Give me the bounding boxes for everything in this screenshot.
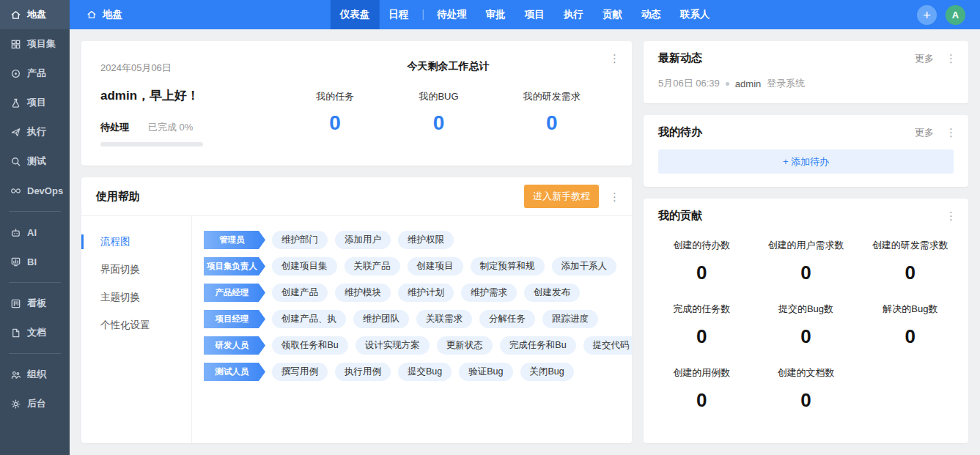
stat-value[interactable]: 0 xyxy=(767,262,844,284)
brand-label: 地盘 xyxy=(103,8,122,21)
more-link[interactable]: 更多 xyxy=(915,52,934,65)
contribution-grid: 创建的待办数 0 创建的用户需求数 0 创建的研发需求数 0 xyxy=(644,230,968,423)
flow-step: 设计实现方案 xyxy=(355,336,430,355)
sidebar-item-program[interactable]: 项目集 xyxy=(0,29,70,59)
tutorial-button[interactable]: 进入新手教程 xyxy=(524,185,599,208)
sidebar-item-devops[interactable]: DevOps xyxy=(0,176,70,205)
flow-row: 项目集负责人 创建项目集关联产品创建项目制定预算和规添加干系人 xyxy=(204,257,620,275)
entry-action: 登录系统 xyxy=(767,77,805,90)
help-tab[interactable]: 流程图 xyxy=(81,228,191,256)
stat-value[interactable]: 0 xyxy=(419,111,458,135)
tab-dynamics[interactable]: 动态 xyxy=(632,0,671,29)
tab-contribution[interactable]: 贡献 xyxy=(593,0,632,29)
sidebar-item-label: 后台 xyxy=(27,397,46,410)
top-navigation: 仪表盘 日程 待处理 审批 项目 执行 贡献 动态 联系人 xyxy=(331,0,720,29)
quick-create-button[interactable]: + xyxy=(917,5,937,25)
topbar-actions: + A xyxy=(917,5,980,25)
stat-value[interactable]: 0 xyxy=(316,111,354,135)
add-todo-button[interactable]: + 添加待办 xyxy=(658,149,954,174)
tab-contacts[interactable]: 联系人 xyxy=(671,0,720,29)
kebab-menu-icon[interactable]: ⋮ xyxy=(943,209,959,223)
help-tab[interactable]: 主题切换 xyxy=(81,284,191,311)
contribution-stat: 解决的Bug数 0 xyxy=(883,303,937,348)
sidebar-item-label: 执行 xyxy=(27,125,46,138)
sidebar-item-label: 组织 xyxy=(27,368,46,381)
home-icon xyxy=(10,9,21,21)
sidebar-divider xyxy=(9,353,61,354)
tab-execution[interactable]: 执行 xyxy=(554,0,593,29)
help-title: 使用帮助 xyxy=(96,190,524,204)
sidebar-item-dashboard[interactable]: 地盘 xyxy=(0,0,70,29)
sidebar-item-execution[interactable]: 执行 xyxy=(0,117,70,147)
flow-row: 产品经理 创建产品维护模块维护计划维护需求创建发布 xyxy=(204,284,620,302)
sidebar-item-doc[interactable]: 文档 xyxy=(0,318,70,347)
tab-approval[interactable]: 审批 xyxy=(476,0,515,29)
stat-value[interactable]: 0 xyxy=(523,111,581,135)
help-tab[interactable]: 个性化设置 xyxy=(81,311,191,339)
more-link[interactable]: 更多 xyxy=(915,126,934,139)
tab-todo[interactable]: 待处理 xyxy=(427,0,476,29)
flow-step: 验证Bug xyxy=(459,363,512,381)
tab-project[interactable]: 项目 xyxy=(515,0,554,29)
summary-stats: 我的任务 0 我的BUG 0 我的研发需求 0 xyxy=(284,90,613,135)
sidebar-item-org[interactable]: 组织 xyxy=(0,360,70,389)
right-column: 最新动态 更多 ⋮ 5月06日 06:39 admin 登录系统 我的待办 更多… xyxy=(644,41,968,443)
sidebar-item-label: 地盘 xyxy=(27,8,46,21)
kebab-menu-icon[interactable]: ⋮ xyxy=(943,51,959,65)
main-content: ⋮ 2024年05月06日 admin，早上好！ 待处理 已完成 0% 今天剩余… xyxy=(70,29,980,455)
stat-value[interactable]: 0 xyxy=(673,325,730,348)
flow-step: 关联产品 xyxy=(345,257,400,275)
stat-label: 创建的用例数 xyxy=(673,366,730,380)
card-title: 最新动态 xyxy=(658,51,915,65)
sidebar-divider xyxy=(9,211,61,212)
org-icon xyxy=(10,369,21,380)
stat-value[interactable]: 0 xyxy=(673,262,730,284)
stat-label: 完成的任务数 xyxy=(673,303,730,316)
tab-dashboard[interactable]: 仪表盘 xyxy=(331,0,380,29)
kebab-menu-icon[interactable]: ⋮ xyxy=(943,125,959,139)
sidebar: 地盘 项目集 产品 项目 执行 测试 DevOps AI xyxy=(0,0,70,455)
stat-label: 创建的文档数 xyxy=(777,366,834,380)
help-tab[interactable]: 界面切换 xyxy=(81,256,191,284)
flow-step: 跟踪进度 xyxy=(542,310,598,328)
sidebar-item-bi[interactable]: BI xyxy=(0,247,70,276)
flow-steps: 创建产品、执维护团队关联需求分解任务跟踪进度 xyxy=(272,310,598,328)
flow-steps: 领取任务和Bu设计实现方案更新状态完成任务和Bu提交代码 xyxy=(272,336,632,355)
flow-step: 维护模块 xyxy=(335,284,391,302)
sidebar-item-kanban[interactable]: 看板 xyxy=(0,289,70,318)
flow-step: 添加干系人 xyxy=(552,257,617,275)
test-icon xyxy=(10,155,21,167)
flow-steps: 撰写用例执行用例提交Bug验证Bug关闭Bug xyxy=(272,363,574,381)
tab-calendar[interactable]: 日程 xyxy=(379,0,418,29)
stat-label: 创建的研发需求数 xyxy=(872,239,948,252)
help-card: 使用帮助 进入新手教程 ⋮ 流程图 界面切换 主题切换 个性化设 xyxy=(81,177,632,443)
help-tabs: 流程图 界面切换 主题切换 个性化设置 xyxy=(81,216,192,443)
stat-value[interactable]: 0 xyxy=(673,389,730,412)
sidebar-item-product[interactable]: 产品 xyxy=(0,59,70,88)
stat-value[interactable]: 0 xyxy=(872,262,948,284)
role-tag: 产品经理 xyxy=(204,284,265,302)
sidebar-item-project[interactable]: 项目 xyxy=(0,88,70,117)
kebab-menu-icon[interactable]: ⋮ xyxy=(606,51,623,65)
flow-step: 提交代码 xyxy=(583,336,632,355)
sidebar-item-ai[interactable]: AI xyxy=(0,218,70,247)
progress-bar xyxy=(100,142,203,147)
dynamics-entry: 5月06日 06:39 admin 登录系统 xyxy=(644,73,968,103)
sidebar-item-label: 文档 xyxy=(27,326,46,339)
stat-value[interactable]: 0 xyxy=(883,325,937,348)
gear-icon xyxy=(10,398,21,410)
flow-step: 更新状态 xyxy=(437,336,493,355)
sidebar-item-admin[interactable]: 后台 xyxy=(0,389,70,418)
kebab-menu-icon[interactable]: ⋮ xyxy=(606,190,623,204)
breadcrumb[interactable]: 地盘 xyxy=(70,8,139,21)
sidebar-item-label: 测试 xyxy=(27,155,46,168)
grid-icon xyxy=(10,38,21,50)
stat-value[interactable]: 0 xyxy=(778,325,833,348)
flow-steps: 维护部门添加用户维护权限 xyxy=(272,231,454,249)
stat-value[interactable]: 0 xyxy=(777,389,834,412)
home-icon xyxy=(86,9,97,21)
devops-icon xyxy=(10,185,21,196)
avatar[interactable]: A xyxy=(946,5,965,25)
bi-icon xyxy=(10,256,21,267)
sidebar-item-test[interactable]: 测试 xyxy=(0,147,70,176)
